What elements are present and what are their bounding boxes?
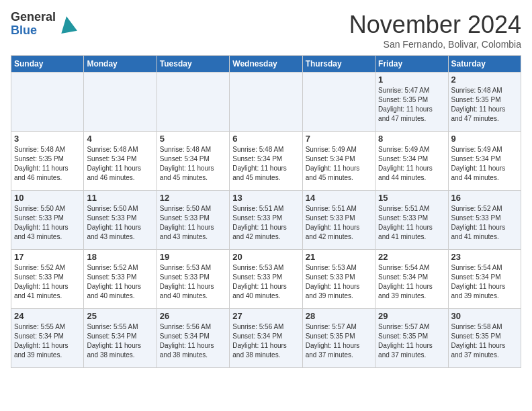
- day-number: 22: [378, 252, 445, 262]
- day-number: 16: [451, 193, 518, 203]
- calendar-cell: 30Sunrise: 5:58 AM Sunset: 5:35 PM Dayli…: [448, 309, 521, 368]
- logo-blue: Blue: [11, 24, 37, 37]
- day-number: 8: [378, 134, 445, 144]
- calendar-cell: 12Sunrise: 5:50 AM Sunset: 5:33 PM Dayli…: [157, 191, 229, 250]
- day-number: 20: [232, 252, 299, 262]
- day-number: 19: [160, 252, 226, 262]
- calendar-cell: 20Sunrise: 5:53 AM Sunset: 5:33 PM Dayli…: [230, 250, 302, 309]
- calendar-cell: 8Sunrise: 5:49 AM Sunset: 5:34 PM Daylig…: [375, 132, 448, 191]
- day-header-saturday: Saturday: [448, 56, 521, 73]
- calendar-cell: 28Sunrise: 5:57 AM Sunset: 5:35 PM Dayli…: [302, 309, 375, 368]
- calendar-cell: 4Sunrise: 5:48 AM Sunset: 5:34 PM Daylig…: [84, 132, 157, 191]
- day-info: Sunrise: 5:56 AM Sunset: 5:34 PM Dayligh…: [160, 322, 226, 360]
- day-number: 21: [306, 252, 372, 262]
- calendar-table: SundayMondayTuesdayWednesdayThursdayFrid…: [11, 55, 521, 368]
- day-number: 29: [378, 311, 445, 321]
- calendar-cell: 19Sunrise: 5:53 AM Sunset: 5:33 PM Dayli…: [157, 250, 229, 309]
- calendar-cell: 1Sunrise: 5:47 AM Sunset: 5:35 PM Daylig…: [375, 73, 448, 132]
- day-number: 15: [378, 193, 445, 203]
- calendar-cell: 3Sunrise: 5:48 AM Sunset: 5:35 PM Daylig…: [11, 132, 84, 191]
- day-number: 9: [451, 134, 518, 144]
- day-info: Sunrise: 5:54 AM Sunset: 5:34 PM Dayligh…: [378, 263, 445, 301]
- day-number: 5: [160, 134, 226, 144]
- calendar-cell: [84, 73, 157, 132]
- day-info: Sunrise: 5:50 AM Sunset: 5:33 PM Dayligh…: [14, 204, 81, 242]
- day-info: Sunrise: 5:53 AM Sunset: 5:33 PM Dayligh…: [160, 263, 226, 301]
- day-header-wednesday: Wednesday: [230, 56, 302, 73]
- day-info: Sunrise: 5:49 AM Sunset: 5:34 PM Dayligh…: [306, 145, 372, 183]
- day-header-thursday: Thursday: [302, 56, 375, 73]
- day-info: Sunrise: 5:57 AM Sunset: 5:35 PM Dayligh…: [306, 322, 372, 360]
- calendar-week-3: 17Sunrise: 5:52 AM Sunset: 5:33 PM Dayli…: [11, 250, 521, 309]
- day-header-monday: Monday: [84, 56, 157, 73]
- day-info: Sunrise: 5:51 AM Sunset: 5:33 PM Dayligh…: [232, 204, 299, 242]
- day-number: 12: [160, 193, 226, 203]
- calendar-cell: [230, 73, 302, 132]
- day-info: Sunrise: 5:52 AM Sunset: 5:33 PM Dayligh…: [87, 263, 153, 301]
- calendar-cell: 16Sunrise: 5:52 AM Sunset: 5:33 PM Dayli…: [448, 191, 521, 250]
- day-header-sunday: Sunday: [11, 56, 84, 73]
- location: San Fernando, Bolivar, Colombia: [349, 39, 521, 50]
- calendar-cell: 26Sunrise: 5:56 AM Sunset: 5:34 PM Dayli…: [157, 309, 229, 368]
- logo-icon: [58, 15, 77, 34]
- calendar-cell: 5Sunrise: 5:48 AM Sunset: 5:34 PM Daylig…: [157, 132, 229, 191]
- day-number: 25: [87, 311, 153, 321]
- calendar-cell: [302, 73, 375, 132]
- calendar-cell: 18Sunrise: 5:52 AM Sunset: 5:33 PM Dayli…: [84, 250, 157, 309]
- day-info: Sunrise: 5:50 AM Sunset: 5:33 PM Dayligh…: [87, 204, 153, 242]
- calendar-cell: 24Sunrise: 5:55 AM Sunset: 5:34 PM Dayli…: [11, 309, 84, 368]
- day-info: Sunrise: 5:48 AM Sunset: 5:34 PM Dayligh…: [87, 145, 153, 183]
- day-number: 23: [451, 252, 518, 262]
- calendar-cell: 10Sunrise: 5:50 AM Sunset: 5:33 PM Dayli…: [11, 191, 84, 250]
- logo-general: General: [11, 10, 56, 24]
- calendar-cell: 13Sunrise: 5:51 AM Sunset: 5:33 PM Dayli…: [230, 191, 302, 250]
- day-number: 26: [160, 311, 226, 321]
- day-info: Sunrise: 5:49 AM Sunset: 5:34 PM Dayligh…: [378, 145, 445, 183]
- calendar-cell: 2Sunrise: 5:48 AM Sunset: 5:35 PM Daylig…: [448, 73, 521, 132]
- calendar-cell: 27Sunrise: 5:56 AM Sunset: 5:34 PM Dayli…: [230, 309, 302, 368]
- day-number: 28: [306, 311, 372, 321]
- calendar-cell: 17Sunrise: 5:52 AM Sunset: 5:33 PM Dayli…: [11, 250, 84, 309]
- title-area: November 2024 San Fernando, Bolivar, Col…: [349, 11, 521, 50]
- header-row: SundayMondayTuesdayWednesdayThursdayFrid…: [11, 56, 521, 73]
- day-info: Sunrise: 5:55 AM Sunset: 5:34 PM Dayligh…: [14, 322, 81, 360]
- day-info: Sunrise: 5:47 AM Sunset: 5:35 PM Dayligh…: [378, 86, 445, 124]
- svg-marker-0: [58, 15, 77, 34]
- day-info: Sunrise: 5:58 AM Sunset: 5:35 PM Dayligh…: [451, 322, 518, 360]
- page-header: General Blue November 2024 San Fernando,…: [11, 11, 521, 50]
- day-number: 24: [14, 311, 81, 321]
- day-info: Sunrise: 5:52 AM Sunset: 5:33 PM Dayligh…: [451, 204, 518, 242]
- calendar-cell: 22Sunrise: 5:54 AM Sunset: 5:34 PM Dayli…: [375, 250, 448, 309]
- calendar-week-1: 3Sunrise: 5:48 AM Sunset: 5:35 PM Daylig…: [11, 132, 521, 191]
- day-number: 10: [14, 193, 81, 203]
- day-number: 13: [232, 193, 299, 203]
- calendar-week-0: 1Sunrise: 5:47 AM Sunset: 5:35 PM Daylig…: [11, 73, 521, 132]
- calendar-header: SundayMondayTuesdayWednesdayThursdayFrid…: [11, 56, 521, 73]
- day-info: Sunrise: 5:51 AM Sunset: 5:33 PM Dayligh…: [378, 204, 445, 242]
- day-number: 6: [232, 134, 299, 144]
- day-number: 7: [306, 134, 372, 144]
- day-number: 2: [451, 75, 518, 85]
- calendar-cell: 6Sunrise: 5:48 AM Sunset: 5:34 PM Daylig…: [230, 132, 302, 191]
- month-title: November 2024: [349, 11, 521, 39]
- calendar-cell: 7Sunrise: 5:49 AM Sunset: 5:34 PM Daylig…: [302, 132, 375, 191]
- calendar-cell: [157, 73, 229, 132]
- day-info: Sunrise: 5:48 AM Sunset: 5:34 PM Dayligh…: [232, 145, 299, 183]
- day-info: Sunrise: 5:48 AM Sunset: 5:35 PM Dayligh…: [451, 86, 518, 124]
- day-info: Sunrise: 5:53 AM Sunset: 5:33 PM Dayligh…: [232, 263, 299, 301]
- day-number: 18: [87, 252, 153, 262]
- day-number: 11: [87, 193, 153, 203]
- day-info: Sunrise: 5:53 AM Sunset: 5:33 PM Dayligh…: [306, 263, 372, 301]
- day-info: Sunrise: 5:54 AM Sunset: 5:34 PM Dayligh…: [451, 263, 518, 301]
- logo: General Blue: [11, 11, 77, 38]
- calendar-cell: 25Sunrise: 5:55 AM Sunset: 5:34 PM Dayli…: [84, 309, 157, 368]
- calendar-cell: 9Sunrise: 5:49 AM Sunset: 5:34 PM Daylig…: [448, 132, 521, 191]
- day-info: Sunrise: 5:55 AM Sunset: 5:34 PM Dayligh…: [87, 322, 153, 360]
- calendar-body: 1Sunrise: 5:47 AM Sunset: 5:35 PM Daylig…: [11, 73, 521, 368]
- calendar-cell: 23Sunrise: 5:54 AM Sunset: 5:34 PM Dayli…: [448, 250, 521, 309]
- day-info: Sunrise: 5:56 AM Sunset: 5:34 PM Dayligh…: [232, 322, 299, 360]
- day-number: 4: [87, 134, 153, 144]
- day-number: 27: [232, 311, 299, 321]
- calendar-cell: 15Sunrise: 5:51 AM Sunset: 5:33 PM Dayli…: [375, 191, 448, 250]
- day-number: 17: [14, 252, 81, 262]
